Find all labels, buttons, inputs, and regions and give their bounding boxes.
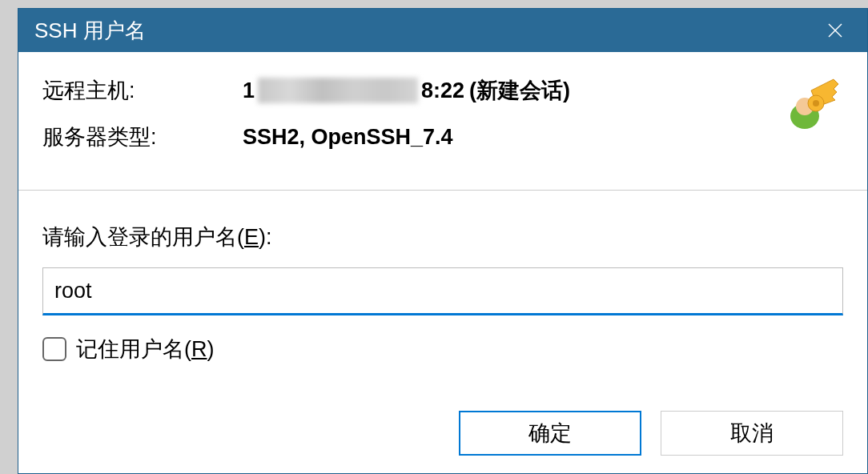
username-label-suffix: ): <box>259 225 272 249</box>
remember-label-accel: R <box>191 337 207 361</box>
svg-point-5 <box>813 100 819 106</box>
remote-host-label: 远程主机: <box>42 76 243 105</box>
username-label-accel: E <box>244 225 259 249</box>
redacted-host <box>258 78 418 103</box>
ssh-username-dialog: SSH 用户名 远程主机: 1 8:22 (新建会话) 服务器类型: SSH2,… <box>18 8 868 474</box>
remote-host-prefix: 1 <box>243 78 255 103</box>
remember-username-row: 记住用户名(R) <box>42 335 843 364</box>
server-type-label: 服务器类型: <box>42 123 243 151</box>
remote-host-value: 1 8:22 (新建会话) <box>243 76 570 105</box>
remember-label-prefix: 记住用户名( <box>76 337 191 361</box>
username-label-prefix: 请输入登录的用户名( <box>42 225 244 249</box>
server-type-value: SSH2, OpenSSH_7.4 <box>243 125 453 150</box>
ok-button[interactable]: 确定 <box>459 411 641 456</box>
input-section: 请输入登录的用户名(E): 记住用户名(R) <box>18 191 867 411</box>
username-label: 请输入登录的用户名(E): <box>42 223 843 251</box>
remember-username-label[interactable]: 记住用户名(R) <box>76 335 215 364</box>
info-section: 远程主机: 1 8:22 (新建会话) 服务器类型: SSH2, OpenSSH… <box>18 52 867 191</box>
remember-label-suffix: ) <box>207 337 215 361</box>
dialog-title: SSH 用户名 <box>34 17 819 45</box>
button-row: 确定 取消 <box>18 411 867 473</box>
server-type-row: 服务器类型: SSH2, OpenSSH_7.4 <box>42 123 843 151</box>
remember-username-checkbox[interactable] <box>42 337 66 361</box>
cancel-button[interactable]: 取消 <box>661 411 843 456</box>
close-icon <box>826 21 845 40</box>
titlebar: SSH 用户名 <box>18 9 867 52</box>
session-label: (新建会话) <box>469 76 570 105</box>
close-button[interactable] <box>819 14 851 46</box>
username-input[interactable] <box>42 267 843 315</box>
remote-host-row: 远程主机: 1 8:22 (新建会话) <box>42 76 843 105</box>
remote-host-suffix: 8:22 <box>421 78 464 103</box>
ssh-key-icon <box>787 74 845 132</box>
